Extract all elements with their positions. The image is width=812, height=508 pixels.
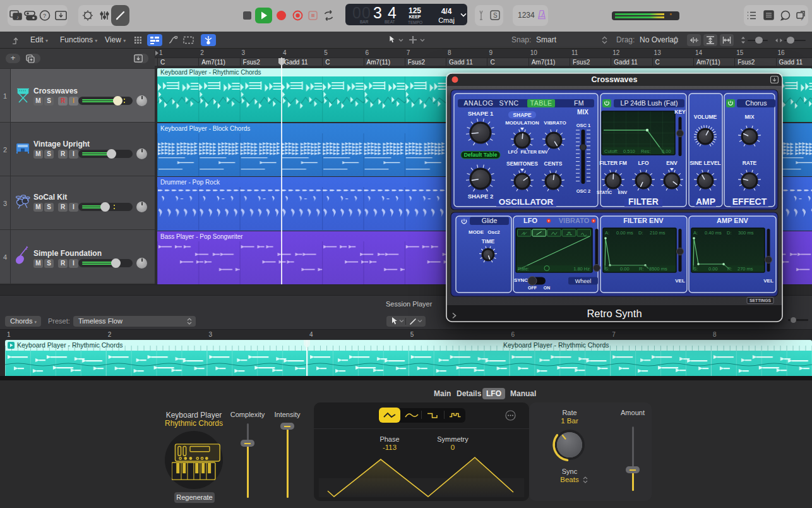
svg-text:VIBRATO: VIBRATO (559, 217, 590, 224)
svg-text:Res:: Res: (641, 148, 650, 154)
svg-text:ENV: ENV (666, 160, 678, 166)
svg-text:8500 ms: 8500 ms (649, 266, 667, 272)
svg-text:FILTER FM: FILTER FM (599, 160, 627, 166)
svg-text:MIX: MIX (744, 114, 754, 120)
svg-text:♪: ♪ (16, 15, 19, 20)
svg-text:SYNC: SYNC (514, 277, 528, 283)
svg-text:EFFECT: EFFECT (732, 197, 767, 207)
svg-text:R:: R: (727, 266, 732, 272)
svg-text:Default Table: Default Table (464, 152, 498, 158)
svg-text:FM: FM (574, 99, 584, 107)
svg-text:TABLE: TABLE (530, 99, 552, 107)
svg-text:0.510: 0.510 (623, 148, 635, 154)
svg-text:S:: S: (605, 266, 609, 272)
svg-text:0.00: 0.00 (708, 266, 718, 272)
svg-text:1.80 Hz: 1.80 Hz (573, 266, 590, 272)
svg-text:AMP: AMP (696, 197, 715, 207)
svg-text:S:: S: (693, 266, 698, 272)
svg-text:0.00 ms: 0.00 ms (616, 230, 633, 236)
svg-text:AMP ENV: AMP ENV (717, 217, 749, 224)
svg-text:VEL: VEL (763, 278, 773, 284)
svg-text:STATIC: STATIC (597, 190, 612, 195)
svg-text:♪: ♪ (801, 15, 804, 21)
svg-text:SHAPE: SHAPE (513, 112, 532, 118)
svg-text:FILTER ENV: FILTER ENV (623, 217, 664, 224)
svg-text:Chorus: Chorus (746, 99, 767, 107)
svg-text:OSC 2: OSC 2 (576, 188, 591, 194)
svg-text:FILTER: FILTER (628, 197, 659, 207)
svg-text:S: S (493, 12, 498, 19)
svg-text:0.40 ms: 0.40 ms (705, 230, 722, 236)
svg-text:SINE LEVEL: SINE LEVEL (690, 160, 721, 166)
svg-text:LFO: LFO (638, 160, 649, 166)
svg-text:A:: A: (605, 230, 609, 236)
svg-text:OFF: OFF (528, 286, 537, 290)
svg-text:ON: ON (544, 286, 551, 290)
svg-text:SEMITONES: SEMITONES (506, 160, 538, 167)
svg-text:LP 24dB Lush (Fat): LP 24dB Lush (Fat) (621, 99, 678, 107)
svg-text:KEY: KEY (674, 109, 686, 115)
svg-text:Wheel: Wheel (575, 278, 592, 284)
svg-text:CENTS: CENTS (544, 160, 563, 167)
svg-text:LFO: LFO (523, 217, 537, 224)
svg-text:MODULATION: MODULATION (505, 120, 539, 126)
svg-text:ENV: ENV (618, 190, 628, 195)
svg-text:0.00: 0.00 (662, 148, 671, 154)
svg-text:SHAPE 1: SHAPE 1 (468, 110, 494, 117)
svg-text:270 ms: 270 ms (737, 266, 753, 272)
svg-text:?: ? (43, 13, 46, 19)
svg-text:MIX: MIX (577, 109, 588, 116)
svg-text:ANALOG: ANALOG (464, 99, 494, 107)
svg-text:Rate:: Rate: (518, 266, 529, 272)
svg-text:VEL: VEL (675, 278, 685, 284)
svg-text:LFO: LFO (508, 149, 518, 155)
svg-text:210 ms: 210 ms (650, 230, 666, 236)
svg-text:MODE: MODE (469, 229, 484, 235)
svg-text:Osc2: Osc2 (487, 229, 500, 235)
svg-text:Retro Synth: Retro Synth (587, 308, 642, 319)
svg-text:VOLUME: VOLUME (694, 114, 717, 120)
svg-text:D:: D: (638, 230, 643, 236)
svg-text:0.00: 0.00 (620, 266, 630, 272)
svg-text:300 ms: 300 ms (738, 230, 754, 236)
svg-text:Crosswaves: Crosswaves (592, 75, 638, 84)
svg-text:TIME: TIME (482, 238, 495, 245)
svg-text:VIBRATO: VIBRATO (544, 120, 566, 126)
svg-text:FILTER ENV: FILTER ENV (520, 149, 547, 155)
svg-text:OSC 1: OSC 1 (576, 123, 591, 128)
svg-text:R:: R: (639, 266, 644, 272)
svg-text:OSCILLATOR: OSCILLATOR (499, 197, 554, 207)
svg-text:SETTINGS: SETTINGS (749, 298, 771, 303)
svg-text:A:: A: (693, 230, 698, 236)
svg-text:SHAPE 2: SHAPE 2 (468, 193, 494, 200)
svg-text:Glide: Glide (482, 217, 498, 224)
svg-text:SYNC: SYNC (499, 99, 518, 107)
svg-text:D:: D: (727, 230, 732, 236)
svg-text:RATE: RATE (743, 160, 757, 166)
svg-text:Cutoff:: Cutoff: (604, 148, 618, 154)
